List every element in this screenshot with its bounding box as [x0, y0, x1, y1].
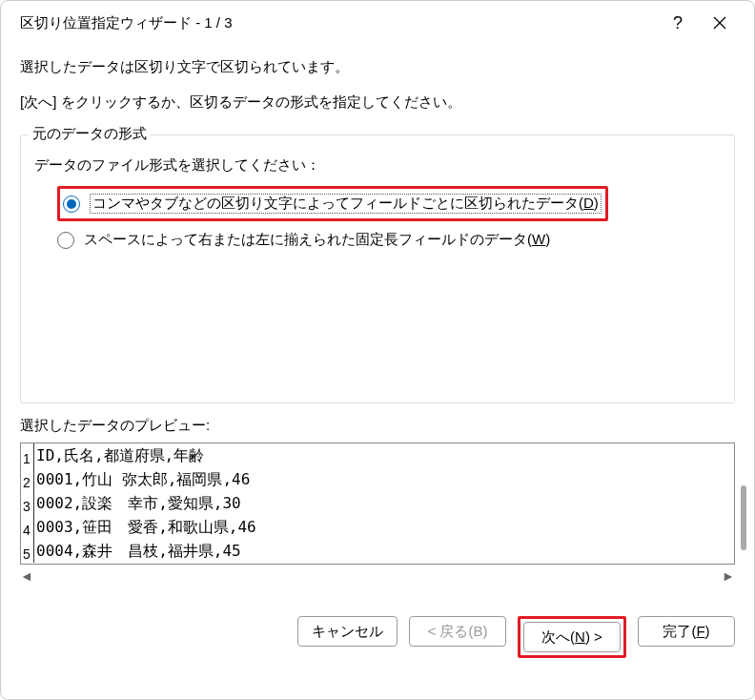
row-content: ID,氏名,都道府県,年齢 — [34, 443, 734, 467]
row-number: 3 — [21, 491, 34, 515]
message-instruction: [次へ] をクリックするか、区切るデータの形式を指定してください。 — [20, 93, 735, 112]
cancel-button[interactable]: キャンセル — [297, 616, 398, 647]
radio-fixed-row[interactable]: スペースによって右または左に揃えられた固定長フィールドのデータ(W) — [34, 231, 721, 249]
radio-delimited-label: コンマやタブなどの区切り文字によってフィールドごとに区切られたデータ(D) — [90, 194, 602, 214]
preview-box: 1 ID,氏名,都道府県,年齢 2 0001,竹山 弥太郎,福岡県,46 3 0… — [20, 443, 735, 565]
groupbox-data-format: 元のデータの形式 データのファイル形式を選択してください： コンマやタブなどの区… — [20, 134, 735, 403]
row-content: 0004,森井 昌枝,福井県,45 — [34, 539, 734, 563]
highlight-next: 次へ(N) > — [518, 616, 626, 658]
format-prompt: データのファイル形式を選択してください： — [34, 156, 721, 175]
row-number: 1 — [21, 443, 34, 467]
vertical-scrollbar[interactable] — [741, 485, 746, 550]
close-button[interactable] — [699, 2, 741, 44]
titlebar: 区切り位置指定ウィザード - 1 / 3 ? — [1, 1, 754, 45]
window-title: 区切り位置指定ウィザード - 1 / 3 — [20, 14, 657, 32]
radio-delimited[interactable] — [63, 196, 80, 213]
row-content: 0003,笹田 愛香,和歌山県,46 — [34, 515, 734, 539]
content: 選択したデータは区切り文字で区切られています。 [次へ] をクリックするか、区切… — [1, 45, 754, 586]
highlight-delimited: コンマやタブなどの区切り文字によってフィールドごとに区切られたデータ(D) — [57, 186, 608, 221]
row-number: 4 — [21, 515, 34, 539]
row-number: 5 — [21, 539, 34, 563]
radio-dot-icon — [67, 199, 76, 209]
groupbox-title: 元のデータの形式 — [29, 125, 151, 143]
table-row: 4 0003,笹田 愛香,和歌山県,46 — [21, 515, 734, 539]
row-number: 2 — [21, 467, 34, 491]
scroll-left-icon[interactable]: ◄ — [20, 568, 33, 584]
radio-fixed-label: スペースによって右または左に揃えられた固定長フィールドのデータ(W) — [84, 231, 550, 249]
message-detected: 選択したデータは区切り文字で区切られています。 — [20, 58, 735, 76]
help-button[interactable]: ? — [657, 2, 699, 44]
table-row: 1 ID,氏名,都道府県,年齢 — [21, 443, 734, 467]
button-bar: キャンセル < 戻る(B) 次へ(N) > 完了(F) — [1, 586, 754, 675]
table-row: 2 0001,竹山 弥太郎,福岡県,46 — [21, 467, 734, 491]
table-row: 5 0004,森井 昌枝,福井県,45 — [21, 539, 734, 563]
row-content: 0002,設楽 幸市,愛知県,30 — [34, 491, 734, 515]
radio-fixed[interactable] — [57, 232, 74, 249]
preview-label: 選択したデータのプレビュー: — [20, 417, 735, 435]
row-content: 0001,竹山 弥太郎,福岡県,46 — [34, 467, 734, 491]
scroll-right-icon[interactable]: ► — [722, 568, 735, 584]
next-button[interactable]: 次へ(N) > — [523, 622, 621, 652]
horizontal-scrollbar[interactable]: ◄ ► — [20, 566, 735, 586]
close-icon — [713, 16, 726, 30]
finish-button[interactable]: 完了(F) — [638, 616, 735, 647]
back-button: < 戻る(B) — [409, 616, 506, 647]
radio-delimited-row[interactable]: コンマやタブなどの区切り文字によってフィールドごとに区切られたデータ(D) — [34, 186, 721, 221]
table-row: 3 0002,設楽 幸市,愛知県,30 — [21, 491, 734, 515]
